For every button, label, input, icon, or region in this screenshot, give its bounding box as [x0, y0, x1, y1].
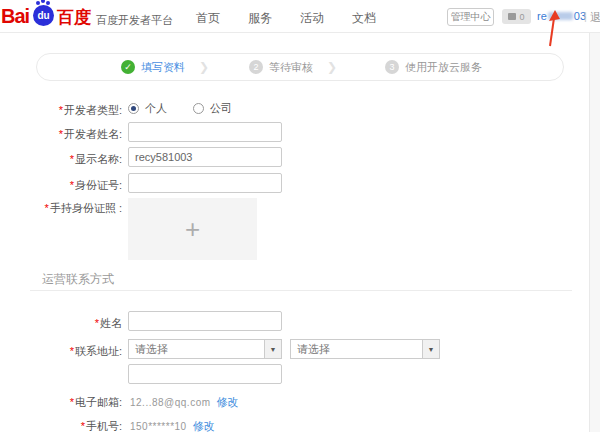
- required-mark: *: [45, 202, 49, 214]
- nav-item-activities[interactable]: 活动: [300, 10, 324, 27]
- developer-type-label: *开发者类型:: [22, 103, 122, 118]
- required-mark: *: [95, 317, 99, 329]
- radio-company[interactable]: [193, 103, 204, 114]
- message-icon: [508, 13, 516, 20]
- check-icon: ✓: [121, 60, 135, 74]
- contact-name-input[interactable]: [128, 311, 282, 331]
- dropdown-arrow-icon[interactable]: ▼: [422, 340, 439, 358]
- id-photo-upload[interactable]: +: [128, 198, 257, 260]
- required-mark: *: [59, 128, 63, 140]
- top-header: Bai du 百度 百度开发者平台 首页 服务 活动 文档 管理中心 0 re …: [0, 0, 600, 33]
- developer-name-input[interactable]: [128, 122, 282, 142]
- required-mark: *: [59, 104, 63, 116]
- username-prefix: re: [537, 10, 547, 22]
- phone-value: 150******10: [130, 421, 187, 432]
- email-label: *电子邮箱:: [22, 395, 122, 410]
- page-right-edge: [589, 33, 600, 432]
- message-badge[interactable]: 0: [502, 9, 531, 24]
- dropdown-arrow-icon[interactable]: ▼: [264, 340, 281, 358]
- developer-type-radios: 个人 公司: [128, 101, 232, 116]
- display-name-input[interactable]: [128, 147, 282, 167]
- baidu-logo-cn: 百度: [57, 6, 91, 29]
- progress-steps-bar: ✓ 填写资料 ❯ 2 等待审核 ❯ 3 使用开放云服务: [36, 53, 564, 81]
- message-count: 0: [519, 12, 524, 22]
- id-number-label: *身份证号:: [22, 178, 122, 193]
- phone-row: 150******10修改: [130, 419, 215, 432]
- nav-item-home[interactable]: 首页: [196, 10, 220, 27]
- required-mark: *: [70, 153, 74, 165]
- nav-item-services[interactable]: 服务: [248, 10, 272, 27]
- contact-name-label: *姓名: [22, 316, 122, 331]
- contact-section-title: 运营联系方式: [42, 271, 114, 288]
- chevron-right-icon: ❯: [327, 60, 337, 74]
- step-wait-review: 2 等待审核 ❯: [249, 54, 337, 80]
- step2-number-icon: 2: [249, 60, 263, 74]
- site-title: 百度开发者平台: [96, 13, 173, 28]
- required-mark: *: [70, 396, 74, 408]
- required-mark: *: [70, 345, 74, 357]
- province-select[interactable]: 请选择 ▼: [128, 339, 282, 359]
- step-fill-info: ✓ 填写资料 ❯: [121, 54, 209, 80]
- baidu-paw-icon: du: [33, 5, 54, 26]
- username-blur: [548, 12, 573, 20]
- main-nav: 首页 服务 活动 文档: [196, 10, 376, 27]
- step3-label: 使用开放云服务: [405, 60, 482, 75]
- email-value: 12...88@qq.com: [130, 397, 211, 408]
- chevron-right-icon: ❯: [199, 60, 209, 74]
- address-label: *联系地址:: [22, 344, 122, 359]
- phone-label: *手机号:: [22, 419, 122, 432]
- developer-name-label: *开发者姓名:: [22, 127, 122, 142]
- email-edit-link[interactable]: 修改: [217, 396, 239, 408]
- display-name-label: *显示名称:: [22, 152, 122, 167]
- city-select-value: 请选择: [291, 342, 422, 357]
- plus-icon: +: [185, 216, 200, 242]
- phone-edit-link[interactable]: 修改: [193, 420, 215, 432]
- id-number-input[interactable]: [128, 173, 282, 193]
- section-divider: [30, 290, 572, 291]
- nav-item-docs[interactable]: 文档: [352, 10, 376, 27]
- address-detail-input[interactable]: [128, 364, 282, 384]
- radio-personal-label: 个人: [145, 101, 167, 116]
- email-row: 12...88@qq.com修改: [130, 395, 239, 410]
- page: Bai du 百度 百度开发者平台 首页 服务 活动 文档 管理中心 0 re …: [0, 0, 600, 432]
- id-photo-label: *手持身份证照 :: [22, 201, 122, 216]
- baidu-logo-bai: Bai: [1, 5, 29, 28]
- header-separator: |: [584, 10, 587, 22]
- step3-number-icon: 3: [385, 60, 399, 74]
- radio-personal[interactable]: [128, 103, 139, 114]
- city-select[interactable]: 请选择 ▼: [290, 339, 440, 359]
- step-use-cloud: 3 使用开放云服务: [385, 54, 482, 80]
- username-link[interactable]: re 03: [537, 10, 586, 22]
- step2-label: 等待审核: [269, 60, 313, 75]
- step1-label: 填写资料: [141, 60, 185, 75]
- radio-company-label: 公司: [210, 101, 232, 116]
- required-mark: *: [70, 179, 74, 191]
- manage-center-button[interactable]: 管理中心: [447, 8, 494, 26]
- province-select-value: 请选择: [129, 342, 264, 357]
- required-mark: *: [81, 420, 85, 432]
- logout-link[interactable]: 退出: [590, 10, 600, 25]
